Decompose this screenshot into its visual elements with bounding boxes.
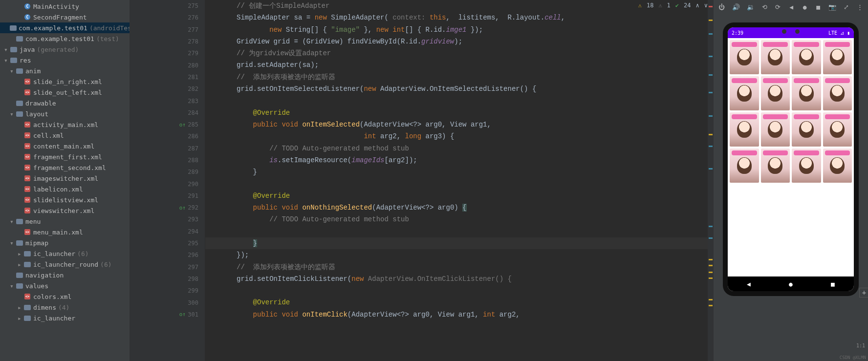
code-line[interactable]: @Override bbox=[205, 190, 714, 202]
line-number[interactable]: 292o↑ bbox=[130, 202, 205, 213]
line-number[interactable]: 301o↑ bbox=[130, 309, 205, 320]
line-number[interactable]: 289 bbox=[130, 166, 205, 178]
tree-item[interactable]: <>viewswitcher.xml bbox=[0, 205, 130, 216]
line-number[interactable]: 288 bbox=[130, 154, 205, 166]
grid-image-item[interactable] bbox=[792, 40, 821, 74]
tree-item[interactable]: <>content_main.xml bbox=[0, 141, 130, 151]
line-number[interactable]: 294 bbox=[130, 226, 205, 237]
code-line[interactable] bbox=[205, 226, 714, 237]
tree-item[interactable]: <>colors.xml bbox=[0, 291, 130, 302]
line-number[interactable]: 280 bbox=[130, 59, 205, 71]
android-nav-bar[interactable]: ◀ ● ■ bbox=[728, 276, 854, 291]
tree-item[interactable]: <>imageswitcher.xml bbox=[0, 173, 130, 184]
app-grid-view[interactable] bbox=[728, 38, 854, 276]
code-line[interactable] bbox=[205, 178, 714, 190]
tree-item[interactable]: <>menu_main.xml bbox=[0, 227, 130, 237]
code-line[interactable]: // 为gridview设置adapter bbox=[205, 47, 714, 59]
power-icon[interactable]: ⏻ bbox=[718, 3, 725, 11]
line-number[interactable]: 297 bbox=[130, 261, 205, 273]
code-line[interactable]: GridView grid = (GridView) findViewById(… bbox=[205, 36, 714, 47]
grid-image-item[interactable] bbox=[823, 40, 852, 74]
tree-item[interactable]: ▾res bbox=[0, 55, 130, 65]
tree-item[interactable]: <>slidelistview.xml bbox=[0, 194, 130, 205]
tree-item[interactable]: navigation bbox=[0, 270, 130, 280]
line-number[interactable]: 277 bbox=[130, 24, 205, 36]
prev-highlight-icon[interactable]: ∧ bbox=[696, 2, 699, 9]
tree-item[interactable]: ▾java(generated) bbox=[0, 44, 130, 55]
grid-image-item[interactable] bbox=[823, 76, 852, 110]
phone-screen[interactable]: 2:39 LTE ⊿ ▮ ◀ ● ■ bbox=[728, 27, 854, 291]
tree-item[interactable]: ▾mipmap bbox=[0, 237, 130, 248]
code-line[interactable]: public void onNothingSelected(AdapterVie… bbox=[205, 202, 714, 213]
grid-image-item[interactable] bbox=[761, 40, 790, 74]
code-line[interactable]: grid.setOnItemClickListener(new AdapterV… bbox=[205, 273, 714, 285]
home-icon[interactable]: ● bbox=[802, 3, 808, 11]
code-line[interactable]: int arg2, long arg3) { bbox=[205, 130, 714, 142]
zoom-in-button[interactable]: + bbox=[859, 288, 868, 297]
grid-image-item[interactable] bbox=[761, 112, 790, 147]
rotate-left-icon[interactable]: ⟲ bbox=[761, 3, 768, 11]
code-line[interactable]: // 创建一个SimpleAdapter bbox=[205, 0, 714, 12]
tree-item[interactable]: <>fragment_second.xml bbox=[0, 162, 130, 173]
code-line[interactable]: @Override bbox=[205, 297, 714, 308]
code-line[interactable]: SimpleAdapter sa = new SimpleAdapter( co… bbox=[205, 12, 714, 23]
grid-image-item[interactable] bbox=[761, 149, 790, 183]
grid-image-item[interactable] bbox=[761, 76, 790, 110]
fold-column[interactable] bbox=[199, 0, 205, 361]
tree-item[interactable]: ▾anim bbox=[0, 65, 130, 76]
grid-image-item[interactable] bbox=[823, 149, 852, 183]
grid-image-item[interactable] bbox=[730, 40, 759, 74]
error-stripe[interactable] bbox=[708, 0, 714, 361]
line-number[interactable]: 282 bbox=[130, 83, 205, 95]
code-line[interactable]: // 添加列表项被选中的监听器 bbox=[205, 261, 714, 273]
line-number[interactable]: 279 bbox=[130, 47, 205, 59]
tree-item[interactable]: CMainActivity bbox=[0, 1, 130, 12]
grid-image-item[interactable] bbox=[792, 149, 821, 183]
line-number[interactable]: 290 bbox=[130, 178, 205, 190]
code-line[interactable]: new String[] { "image" }, new int[] { R.… bbox=[205, 24, 714, 36]
code-line[interactable]: // TODO Auto-generated method stub bbox=[205, 143, 714, 154]
next-highlight-icon[interactable]: ∨ bbox=[704, 2, 708, 9]
grid-image-item[interactable] bbox=[730, 112, 759, 147]
tree-item[interactable]: ▸ic_launcher bbox=[0, 313, 130, 323]
zoom-icon[interactable]: ⤢ bbox=[843, 3, 850, 11]
tree-item[interactable]: <>slide_out_left.xml bbox=[0, 87, 130, 98]
tree-item[interactable]: com.example.test01(test) bbox=[0, 33, 130, 44]
line-number[interactable]: 293 bbox=[130, 213, 205, 225]
line-number[interactable]: 287 bbox=[130, 143, 205, 154]
code-line[interactable] bbox=[205, 95, 714, 106]
line-number[interactable]: 299 bbox=[130, 285, 205, 297]
code-line[interactable]: // 添加列表项被选中的监听器 bbox=[205, 71, 714, 83]
line-number[interactable]: 283 bbox=[130, 95, 205, 106]
grid-image-item[interactable] bbox=[792, 76, 821, 110]
nav-recent-icon[interactable]: ■ bbox=[831, 280, 835, 288]
nav-back-icon[interactable]: ◀ bbox=[747, 280, 751, 288]
code-line[interactable]: is.setImageResource(imageIds[arg2]); bbox=[205, 154, 714, 166]
nav-home-icon[interactable]: ● bbox=[789, 280, 793, 288]
tree-item[interactable]: ▸dimens(4) bbox=[0, 302, 130, 313]
grid-image-item[interactable] bbox=[792, 112, 821, 147]
tree-item[interactable]: <>activity_main.xml bbox=[0, 119, 130, 130]
code-line[interactable]: grid.setAdapter(sa); bbox=[205, 59, 714, 71]
code-line[interactable]: public void onItemClick(AdapterView<?> a… bbox=[205, 309, 714, 320]
grid-image-item[interactable] bbox=[823, 112, 852, 147]
tree-item[interactable]: ▾values bbox=[0, 280, 130, 291]
tree-item[interactable]: ▾menu bbox=[0, 216, 130, 227]
line-number[interactable]: 300 bbox=[130, 297, 205, 308]
code-line[interactable]: // TODO Auto-generated method stub bbox=[205, 213, 714, 225]
line-number[interactable]: 281 bbox=[130, 71, 205, 83]
tree-item[interactable]: <>slide_in_right.xml bbox=[0, 76, 130, 87]
screenshot-icon[interactable]: 📷 bbox=[828, 3, 836, 11]
line-number[interactable]: 276 bbox=[130, 12, 205, 23]
code-line[interactable]: }); bbox=[205, 249, 714, 261]
tree-item[interactable]: ▸ic_launcher(6) bbox=[0, 248, 130, 259]
code-line[interactable]: public void onItemSelected(AdapterView<?… bbox=[205, 119, 714, 130]
volume-down-icon[interactable]: 🔉 bbox=[747, 3, 755, 11]
code-line[interactable] bbox=[205, 285, 714, 297]
tree-item[interactable]: <>labelicon.xml bbox=[0, 184, 130, 194]
tree-item[interactable]: CSecondFragment bbox=[0, 12, 130, 22]
line-number[interactable]: 296 bbox=[130, 249, 205, 261]
tree-item[interactable]: com.example.test01(androidTest) bbox=[0, 22, 130, 33]
tree-item[interactable]: <>cell.xml bbox=[0, 130, 130, 141]
code-line[interactable]: @Override bbox=[205, 107, 714, 119]
